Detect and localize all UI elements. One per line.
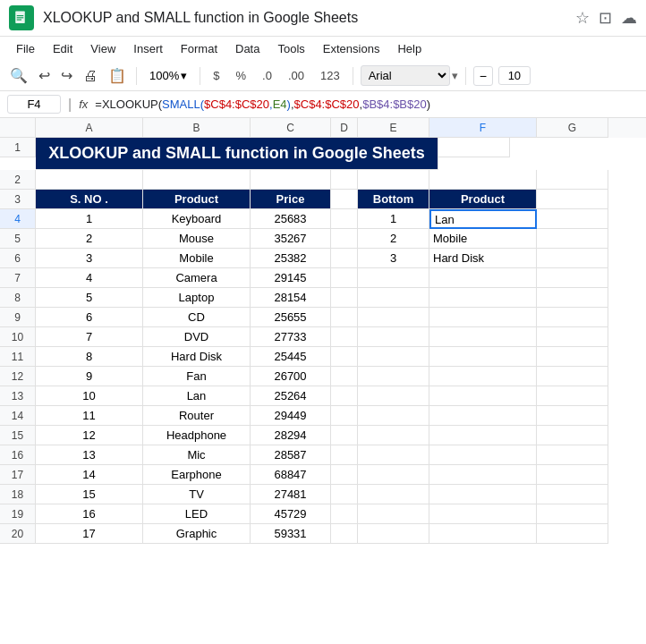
cell-g9[interactable] [537, 308, 608, 327]
cell-reference-input[interactable] [7, 95, 61, 114]
cell-c5[interactable]: 35267 [251, 229, 331, 249]
font-size-input[interactable] [498, 66, 531, 85]
cell-c20[interactable]: 59331 [251, 524, 331, 544]
cell-b3[interactable]: Product [143, 190, 251, 209]
cell-b18[interactable]: TV [143, 485, 251, 504]
search-icon[interactable]: 🔍 [7, 64, 30, 87]
menu-extensions[interactable]: Extensions [316, 38, 387, 59]
row-header-18[interactable]: 18 [0, 485, 36, 504]
cell-d16[interactable] [331, 445, 358, 465]
cell-c15[interactable]: 28294 [251, 426, 331, 445]
decimal-decrease-button[interactable]: .0 [257, 66, 277, 85]
col-header-d[interactable]: D [331, 118, 358, 138]
cell-a5[interactable]: 2 [36, 229, 143, 249]
col-header-a[interactable]: A [36, 118, 143, 138]
cell-g7[interactable] [537, 268, 608, 288]
row-header-11[interactable]: 11 [0, 347, 36, 367]
cell-b19[interactable]: LED [143, 504, 251, 524]
cell-e16[interactable] [358, 445, 429, 465]
menu-insert[interactable]: Insert [126, 38, 170, 59]
cell-f9[interactable] [429, 308, 537, 327]
cell-f12[interactable] [429, 367, 537, 386]
cell-g2[interactable] [537, 170, 608, 190]
cell-f3[interactable]: Product [429, 190, 537, 209]
col-header-g[interactable]: G [537, 118, 608, 138]
cell-a6[interactable]: 3 [36, 249, 143, 268]
menu-data[interactable]: Data [228, 38, 267, 59]
menu-tools[interactable]: Tools [270, 38, 311, 59]
cell-d17[interactable] [331, 465, 358, 485]
cell-e18[interactable] [358, 485, 429, 504]
cell-g11[interactable] [537, 347, 608, 367]
cell-d5[interactable] [331, 229, 358, 249]
cell-b15[interactable]: Headphone [143, 426, 251, 445]
cell-c3[interactable]: Price [251, 190, 331, 209]
cell-a14[interactable]: 11 [36, 406, 143, 426]
cell-a18[interactable]: 15 [36, 485, 143, 504]
cell-f15[interactable] [429, 426, 537, 445]
cell-a11[interactable]: 8 [36, 347, 143, 367]
cell-a8[interactable]: 5 [36, 288, 143, 308]
formula-content[interactable]: =XLOOKUP(SMALL($C$4:$C$20,E4),$C$4:$C$20… [95, 97, 639, 111]
menu-file[interactable]: File [9, 38, 42, 59]
cell-a4[interactable]: 1 [36, 209, 143, 229]
cell-g14[interactable] [537, 406, 608, 426]
cell-e15[interactable] [358, 426, 429, 445]
cell-d11[interactable] [331, 347, 358, 367]
cell-c17[interactable]: 68847 [251, 465, 331, 485]
row-header-7[interactable]: 7 [0, 268, 36, 288]
currency-button[interactable]: $ [208, 66, 225, 85]
cell-a3[interactable]: S. NO . [36, 190, 143, 209]
row-header-10[interactable]: 10 [0, 327, 36, 347]
cell-c16[interactable]: 28587 [251, 445, 331, 465]
cell-f6[interactable]: Hard Disk [429, 249, 537, 268]
cell-c6[interactable]: 25382 [251, 249, 331, 268]
cell-f5[interactable]: Mobile [429, 229, 537, 249]
row-header-4[interactable]: 4 [0, 209, 36, 229]
cell-b12[interactable]: Fan [143, 367, 251, 386]
cell-c8[interactable]: 28154 [251, 288, 331, 308]
cell-d6[interactable] [331, 249, 358, 268]
cell-g5[interactable] [537, 229, 608, 249]
col-header-f[interactable]: F [429, 118, 537, 138]
row-header-16[interactable]: 16 [0, 445, 36, 465]
cell-b8[interactable]: Laptop [143, 288, 251, 308]
cell-e20[interactable] [358, 524, 429, 544]
cell-f14[interactable] [429, 406, 537, 426]
print-icon[interactable]: 🖨 [81, 65, 100, 87]
row-header-6[interactable]: 6 [0, 249, 36, 268]
cell-b11[interactable]: Hard Disk [143, 347, 251, 367]
cell-g15[interactable] [537, 426, 608, 445]
cell-f18[interactable] [429, 485, 537, 504]
number-format-button[interactable]: 123 [315, 66, 345, 85]
cell-b13[interactable]: Lan [143, 386, 251, 406]
row-header-13[interactable]: 13 [0, 386, 36, 406]
folder-icon[interactable]: ⊡ [599, 8, 612, 28]
cell-f13[interactable] [429, 386, 537, 406]
cell-b10[interactable]: DVD [143, 327, 251, 347]
cell-b7[interactable]: Camera [143, 268, 251, 288]
font-size-decrease-button[interactable]: − [473, 66, 493, 86]
cell-f8[interactable] [429, 288, 537, 308]
cell-a7[interactable]: 4 [36, 268, 143, 288]
cell-g6[interactable] [537, 249, 608, 268]
cell-c7[interactable]: 29145 [251, 268, 331, 288]
cell-d8[interactable] [331, 288, 358, 308]
cell-g1[interactable] [438, 138, 510, 157]
cell-c2[interactable] [251, 170, 331, 190]
cell-f4[interactable]: Lan [429, 209, 537, 229]
cell-a16[interactable]: 13 [36, 445, 143, 465]
copy-format-icon[interactable]: 📋 [106, 64, 129, 87]
cell-e10[interactable] [358, 327, 429, 347]
cell-e9[interactable] [358, 308, 429, 327]
decimal-increase-button[interactable]: .00 [283, 66, 310, 85]
row-header-14[interactable]: 14 [0, 406, 36, 426]
cell-a9[interactable]: 6 [36, 308, 143, 327]
cell-a19[interactable]: 16 [36, 504, 143, 524]
cell-b5[interactable]: Mouse [143, 229, 251, 249]
cell-g18[interactable] [537, 485, 608, 504]
row-header-17[interactable]: 17 [0, 465, 36, 485]
row-header-15[interactable]: 15 [0, 426, 36, 445]
row-header-8[interactable]: 8 [0, 288, 36, 308]
cell-f16[interactable] [429, 445, 537, 465]
